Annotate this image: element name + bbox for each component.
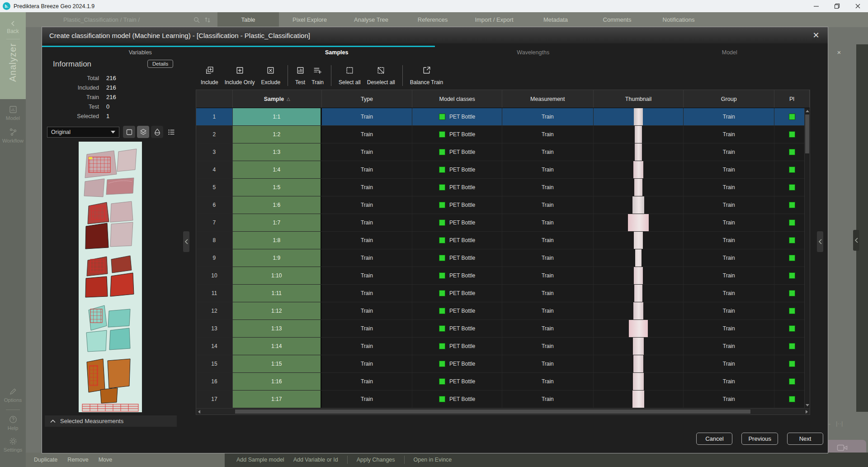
column-header-row-number[interactable] [196, 90, 233, 108]
toolbar-label: Include [201, 79, 218, 86]
toolbar-balance-train-button[interactable]: Balance Train [407, 65, 446, 86]
table-row[interactable]: 141:14TrainPET BottleTrainTrain [196, 338, 810, 355]
sidebar-item-model[interactable]: Model [0, 105, 26, 121]
square-view-button[interactable] [123, 126, 135, 138]
tab-import-export[interactable]: Import / Export [463, 12, 525, 27]
cancel-button[interactable]: Cancel [696, 433, 732, 445]
toolbar-include-button[interactable]: Include [198, 65, 222, 86]
next-button[interactable]: Next [787, 433, 823, 445]
scroll-left-icon[interactable] [198, 410, 200, 414]
horizontal-scrollbar[interactable] [196, 408, 810, 415]
column-header-pl[interactable]: Pl [774, 90, 810, 108]
type-cell: Train [322, 108, 413, 125]
toolbar-test-button[interactable]: Test [292, 65, 308, 86]
table-row[interactable]: 61:6TrainPET BottleTrainTrain [196, 196, 810, 214]
droplet-view-button[interactable] [151, 126, 163, 138]
table-row[interactable]: 41:4TrainPET BottleTrainTrain [196, 161, 810, 179]
table-row[interactable]: 91:9TrainPET BottleTrainTrain [196, 249, 810, 267]
previous-button[interactable]: Previous [741, 433, 778, 445]
dialog-close-icon[interactable]: ✕ [811, 30, 821, 41]
tab-metadata[interactable]: Metadata [525, 12, 586, 27]
table-row[interactable]: 161:16TrainPET BottleTrainTrain [196, 373, 810, 391]
class-color-chip [439, 396, 445, 402]
table-row[interactable]: 151:15TrainPET BottleTrainTrain [196, 355, 810, 373]
table-row[interactable]: 171:17TrainPET BottleTrainTrain [196, 391, 810, 408]
table-row[interactable]: 111:11TrainPET BottleTrainTrain [196, 285, 810, 302]
column-label: Measurement [530, 96, 565, 102]
tab-table[interactable]: Table [217, 12, 279, 27]
bottom-action-duplicate[interactable]: Duplicate [34, 457, 57, 463]
toolbar-select-all-button[interactable]: Select all [335, 65, 364, 86]
measurement-cell: Train [502, 161, 594, 178]
class-color-chip [789, 361, 795, 367]
scroll-down-icon[interactable] [806, 404, 809, 406]
scroll-right-icon[interactable] [806, 410, 808, 414]
tab-comments[interactable]: Comments [586, 12, 648, 27]
info-row-test: Test0 [49, 102, 149, 111]
column-header-sample[interactable]: Sample△ [233, 90, 322, 108]
panel-collapse-handle[interactable] [853, 230, 859, 251]
tab-references[interactable]: References [402, 12, 463, 27]
column-header-model-classes[interactable]: Model classes [412, 90, 502, 108]
selected-measurements-toggle[interactable]: Selected Measurements [45, 415, 177, 427]
vertical-scrollbar[interactable] [804, 108, 810, 408]
wizard-step-model[interactable]: Model [632, 49, 828, 59]
bottom-action-remove[interactable]: Remove [67, 457, 89, 463]
table-row[interactable]: 101:10TrainPET BottleTrainTrain [196, 267, 810, 285]
wizard-step-samples[interactable]: Samples [239, 49, 435, 59]
close-icon[interactable] [847, 0, 868, 12]
sidebar-item-settings[interactable]: Settings [0, 437, 26, 453]
analyzer-section: Back Analyzer [0, 12, 26, 99]
list-view-button[interactable] [165, 126, 177, 138]
breadcrumb[interactable]: Plastic_Classification / Train / [26, 12, 193, 27]
toolbar-train-button[interactable]: Train [308, 65, 327, 86]
table-row[interactable]: 51:5TrainPET BottleTrainTrain [196, 179, 810, 196]
toolbar-exclude-button[interactable]: Exclude [258, 65, 283, 86]
left-panel-collapse-handle[interactable] [183, 231, 189, 252]
table-row[interactable]: 11:1TrainPET BottleTrainTrain [196, 108, 810, 126]
tab-analyse-tree[interactable]: Analyse Tree [340, 12, 402, 27]
column-header-thumbnail[interactable]: Thumbnail [594, 90, 684, 108]
details-button[interactable]: Details [147, 60, 173, 68]
bottom-action-apply-changes[interactable]: Apply Changes [357, 457, 395, 463]
horizontal-scroll-thumb[interactable] [235, 410, 750, 414]
view-mode-dropdown[interactable]: Original [47, 127, 119, 138]
sidebar-item-options[interactable]: Options [0, 387, 26, 403]
table-row[interactable]: 31:3TrainPET BottleTrainTrain [196, 143, 810, 161]
panel-close-icon[interactable]: × [834, 47, 844, 57]
tab-notifications[interactable]: Notifications [648, 12, 709, 27]
row-number-cell: 7 [196, 214, 233, 231]
tab-pixel-explore[interactable]: Pixel Explore [279, 12, 340, 27]
scroll-up-icon[interactable] [806, 110, 809, 112]
sort-arrows-icon[interactable] [204, 16, 211, 24]
minimize-icon[interactable] [806, 0, 826, 12]
column-header-type[interactable]: Type [322, 90, 413, 108]
bottom-action-add-variable-or-id[interactable]: Add Variable or Id [293, 457, 338, 463]
dialog-footer: Cancel Previous Next [696, 433, 823, 445]
vertical-scroll-thumb[interactable] [805, 114, 809, 153]
bottom-action-add-sample-model[interactable]: Add Sample model [236, 457, 284, 463]
sidebar-item-help[interactable]: Help [0, 415, 26, 431]
table-row[interactable]: 21:2TrainPET BottleTrainTrain [196, 126, 810, 143]
wizard-step-wavelengths[interactable]: Wavelengths [435, 49, 632, 59]
layers-view-button[interactable] [137, 126, 149, 138]
table-row[interactable]: 71:7TrainPET BottleTrainTrain [196, 214, 810, 232]
right-panel-collapse-handle[interactable] [817, 231, 823, 252]
table-row[interactable]: 81:8TrainPET BottleTrainTrain [196, 232, 810, 249]
type-cell: Train [322, 179, 413, 196]
restore-icon[interactable] [826, 0, 847, 12]
toolbar-include-only-button[interactable]: Include Only [222, 65, 258, 86]
bottom-action-move[interactable]: Move [99, 457, 113, 463]
back-button[interactable]: Back [7, 20, 19, 34]
wizard-step-variables[interactable]: Variables [42, 49, 239, 59]
column-header-measurement[interactable]: Measurement [502, 90, 594, 108]
sidebar-item-workflow[interactable]: Workflow [0, 128, 26, 143]
row-number-cell: 6 [196, 196, 233, 214]
table-row[interactable]: 121:12TrainPET BottleTrainTrain [196, 302, 810, 320]
bottom-action-open-in-evince[interactable]: Open in Evince [414, 457, 452, 463]
toolbar-deselect-all-button[interactable]: Deselect all [364, 65, 398, 86]
column-header-group[interactable]: Group [684, 90, 774, 108]
search-icon[interactable] [193, 16, 200, 24]
table-row[interactable]: 131:13TrainPET BottleTrainTrain [196, 320, 810, 338]
range-icon[interactable]: |··| [836, 420, 843, 427]
